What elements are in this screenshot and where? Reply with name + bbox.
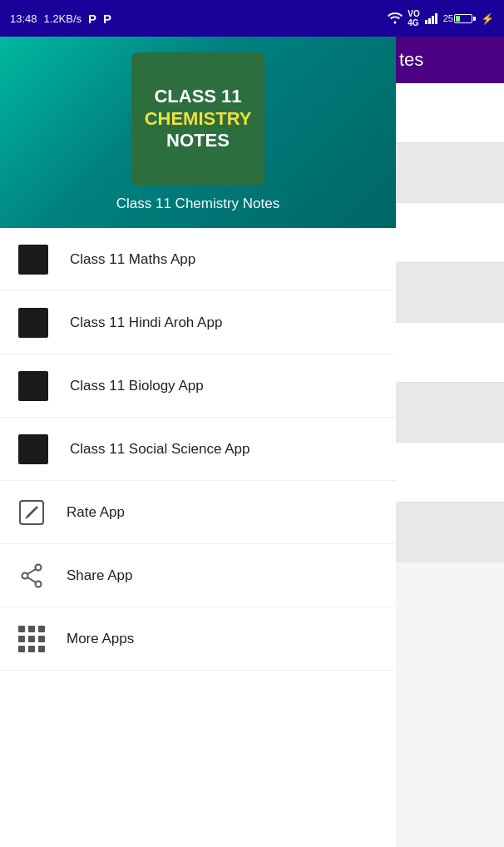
logo-chemistry: CHEMISTRY — [145, 108, 252, 130]
social-science-app-icon — [17, 433, 50, 466]
svg-line-9 — [27, 577, 36, 582]
svg-rect-0 — [425, 20, 427, 24]
menu-item-social-science[interactable]: Class 11 Social Science App — [0, 418, 396, 481]
time: 13:48 — [10, 12, 37, 25]
share-app-label: Share App — [67, 567, 132, 584]
rate-app-icon — [17, 498, 47, 528]
svg-point-7 — [36, 581, 42, 587]
charging-icon: ⚡ — [481, 12, 494, 25]
drawer-menu: Class 11 Maths App Class 11 Hindi Aroh A… — [0, 228, 396, 847]
menu-item-rate[interactable]: Rate App — [0, 481, 396, 544]
social-science-app-label: Class 11 Social Science App — [70, 441, 250, 458]
rate-app-label: Rate App — [67, 504, 125, 521]
share-app-icon — [17, 561, 47, 591]
drawer-header: CLASS 11 CHEMISTRY NOTES Class 11 Chemis… — [0, 37, 396, 228]
signal-icon — [425, 12, 438, 24]
p-icon-2: P — [103, 12, 111, 26]
menu-item-more[interactable]: More Apps — [0, 607, 396, 671]
menu-item-biology[interactable]: Class 11 Biology App — [0, 354, 396, 418]
status-bar: 13:48 1.2KB/s P P VO4G 25 ⚡ — [0, 0, 504, 37]
svg-rect-2 — [432, 16, 434, 24]
status-right: VO4G 25 ⚡ — [388, 9, 494, 27]
svg-rect-3 — [435, 13, 437, 24]
svg-line-8 — [27, 569, 36, 574]
bg-header-text: tes — [399, 49, 423, 71]
biology-app-label: Class 11 Biology App — [70, 378, 204, 394]
network-speed: 1.2KB/s — [44, 12, 82, 25]
logo-class: CLASS 11 — [154, 86, 241, 107]
more-apps-icon — [17, 624, 47, 654]
menu-item-share[interactable]: Share App — [0, 544, 396, 607]
menu-item-maths[interactable]: Class 11 Maths App — [0, 228, 396, 291]
svg-point-5 — [36, 564, 42, 570]
wifi-icon — [388, 12, 403, 24]
status-left: 13:48 1.2KB/s P P — [10, 12, 111, 26]
more-apps-label: More Apps — [67, 631, 134, 647]
biology-app-icon — [17, 369, 50, 403]
menu-item-hindi[interactable]: Class 11 Hindi Aroh App — [0, 291, 396, 354]
hindi-app-label: Class 11 Hindi Aroh App — [70, 315, 222, 331]
maths-app-icon — [17, 243, 50, 276]
vo-lte-icon: VO4G — [408, 9, 419, 27]
maths-app-label: Class 11 Maths App — [70, 251, 195, 268]
svg-rect-1 — [428, 18, 431, 24]
p-icon-1: P — [88, 12, 96, 26]
drawer-app-title: Class 11 Chemistry Notes — [116, 196, 280, 212]
battery-indicator: 25 — [443, 13, 476, 23]
logo-notes: NOTES — [166, 130, 230, 151]
hindi-app-icon — [17, 306, 50, 339]
svg-point-6 — [22, 572, 28, 578]
navigation-drawer: CLASS 11 CHEMISTRY NOTES Class 11 Chemis… — [0, 37, 396, 847]
app-logo: CLASS 11 CHEMISTRY NOTES — [131, 52, 264, 186]
